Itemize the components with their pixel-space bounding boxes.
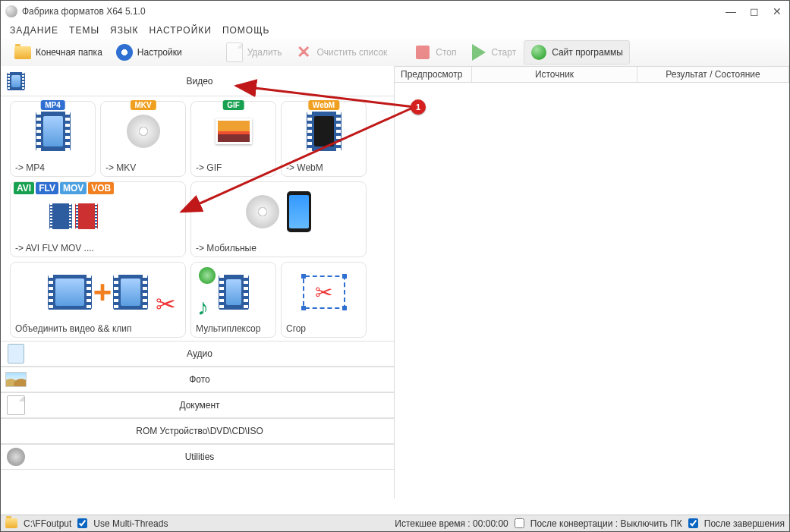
start-button[interactable]: Старт (464, 41, 523, 64)
menu-language[interactable]: ЯЗЫК (110, 25, 139, 36)
elapsed-time: Истекшее время : 00:00:00 (395, 518, 508, 529)
delete-button[interactable]: Удалить (220, 41, 288, 64)
gif-badge: GIF (222, 100, 244, 110)
filmstrip-icon (307, 112, 341, 151)
annotation-marker: 1 (411, 99, 426, 115)
card-mp4[interactable]: MP4 -> MP4 (10, 101, 96, 177)
phone-icon (287, 191, 311, 232)
menu-help[interactable]: ПОМОЩЬ (222, 25, 269, 36)
clear-list-label: Очистить список (316, 47, 387, 58)
card-join[interactable]: + ✂ Объединить видео && клип (10, 262, 186, 338)
close-button[interactable]: ✕ (773, 5, 782, 17)
mp4-badge: MP4 (40, 100, 65, 110)
output-folder-label: Конечная папка (36, 47, 102, 58)
card-crop[interactable]: ✂ Crop (281, 262, 367, 338)
category-video[interactable]: Видео (1, 66, 394, 96)
output-path[interactable]: C:\FFoutput (24, 518, 71, 529)
left-pane: Видео MP4 -> MP4 MKV -> MKV GIF (1, 66, 395, 499)
clear-list-button[interactable]: ✕ Очистить список (289, 41, 393, 64)
window-title: Фабрика форматов X64 5.1.0 (22, 6, 725, 17)
stop-button[interactable]: Стоп (408, 41, 462, 64)
category-photo[interactable]: Фото (1, 367, 394, 392)
multithread-checkbox[interactable] (77, 518, 87, 528)
plus-icon: + (93, 274, 112, 310)
post-finish-label: После завершения (704, 518, 785, 529)
crop-frame-icon: ✂ (303, 275, 345, 309)
card-mp4-label: -> MP4 (11, 161, 95, 173)
category-audio-label: Аудио (31, 348, 394, 359)
card-multi-format[interactable]: AVIFLVMOVVOB -> AVI FLV MOV .... (10, 181, 186, 257)
folder-icon (14, 44, 31, 61)
category-utilities[interactable]: Utilities (1, 444, 394, 470)
card-gif[interactable]: GIF -> GIF (190, 101, 276, 177)
card-mkv[interactable]: MKV -> MKV (100, 101, 186, 177)
menu-settings[interactable]: НАСТРОЙКИ (150, 25, 212, 36)
minimize-button[interactable]: — (725, 5, 736, 17)
toolbar: Конечная папка Настройки Удалить ✕ Очист… (1, 39, 789, 66)
disc-icon (125, 203, 146, 225)
category-video-label: Видео (31, 76, 394, 87)
note-icon: ♪ (197, 294, 209, 320)
scissors-icon: ✂ (315, 280, 332, 305)
note-icon (5, 344, 27, 364)
titlebar: Фабрика форматов X64 5.1.0 — ◻ ✕ (1, 1, 789, 22)
filmstrip-icon (219, 275, 249, 310)
card-mobile[interactable]: -> Мобильные (190, 181, 367, 257)
card-mux[interactable]: ♪ Мультиплексор (190, 262, 276, 338)
col-source[interactable]: Источник (472, 67, 637, 82)
multithread-label: Use Multi-Threads (93, 518, 168, 529)
website-button[interactable]: Сайт программы (524, 40, 630, 65)
folder-icon[interactable] (5, 518, 17, 528)
post-finish-checkbox[interactable] (688, 518, 698, 528)
col-result[interactable]: Результат / Состояние (637, 67, 789, 82)
category-document-label: Документ (31, 400, 394, 411)
settings-label: Настройки (137, 47, 182, 58)
category-audio[interactable]: Аудио (1, 341, 394, 367)
card-webm[interactable]: WebM -> WebM (281, 101, 367, 177)
menubar: ЗАДАНИЕ ТЕМЫ ЯЗЫК НАСТРОЙКИ ПОМОЩЬ (1, 22, 789, 39)
filmstrip-icon (48, 275, 92, 310)
filmstrip-icon (5, 71, 27, 91)
gear-icon (5, 447, 27, 467)
category-document[interactable]: Документ (1, 392, 394, 418)
settings-button[interactable]: Настройки (110, 41, 188, 64)
card-mobile-label: -> Мобильные (191, 241, 366, 253)
menu-task[interactable]: ЗАДАНИЕ (10, 25, 58, 36)
card-webm-label: -> WebM (282, 161, 366, 173)
col-preview[interactable]: Предпросмотр (395, 67, 472, 82)
gear-icon (116, 44, 133, 61)
category-rom-label: ROM Устройство\DVD\CD\ISO (31, 426, 394, 436)
multi-badges: AVIFLVMOVVOB (14, 182, 114, 194)
mkv-badge: MKV (130, 100, 156, 110)
post-convert-checkbox[interactable] (515, 518, 524, 528)
app-icon (5, 5, 17, 17)
sheet-icon (226, 44, 243, 61)
recycle-icon (199, 267, 216, 284)
category-utilities-label: Utilities (31, 452, 394, 462)
category-rom[interactable]: ROM Устройство\DVD\CD\ISO (1, 418, 394, 444)
photo-icon (5, 370, 27, 389)
card-multi-label: -> AVI FLV MOV .... (11, 241, 185, 253)
disc-icon (5, 421, 27, 441)
disc-icon (127, 115, 160, 148)
webm-badge: WebM (308, 100, 339, 110)
card-gif-label: -> GIF (191, 161, 275, 173)
sunset-icon (216, 118, 252, 144)
content: Видео MP4 -> MP4 MKV -> MKV GIF (1, 66, 789, 499)
file-list[interactable] (395, 83, 789, 499)
window-controls: — ◻ ✕ (725, 5, 785, 17)
filmstrip-icon (36, 112, 71, 151)
output-folder-button[interactable]: Конечная папка (8, 41, 109, 64)
scissors-icon: ✂ (156, 290, 176, 319)
website-label: Сайт программы (552, 47, 623, 58)
disc-icon (101, 203, 122, 225)
menu-themes[interactable]: ТЕМЫ (69, 25, 99, 36)
card-mkv-label: -> MKV (101, 161, 185, 173)
post-convert-label: После конвертации : Выключить ПК (530, 518, 682, 529)
play-icon (471, 44, 487, 61)
x-icon: ✕ (295, 44, 312, 61)
stop-label: Стоп (436, 47, 456, 58)
category-photo-label: Фото (31, 374, 394, 385)
document-icon (5, 395, 27, 415)
maximize-button[interactable]: ◻ (750, 5, 759, 17)
